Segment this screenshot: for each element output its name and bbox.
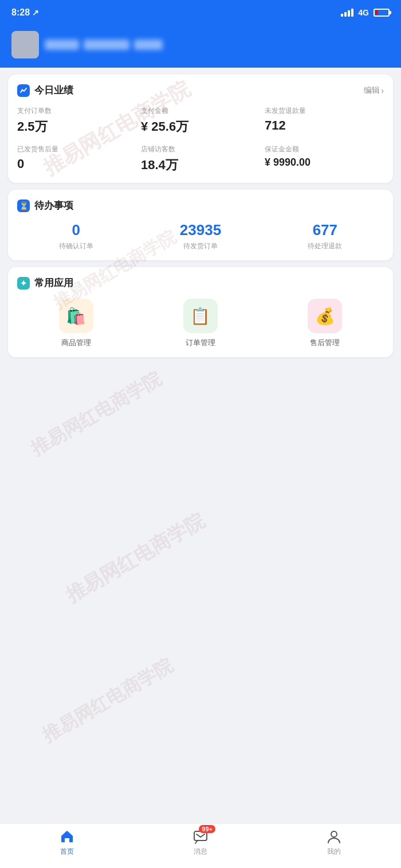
main-content: 今日业绩 编辑 › 支付订单数 2.5万 支付金额 ¥ 25.6万 [0,68,401,426]
network-type: 4G [358,8,369,17]
stat-label-unshipped-refunds: 未发货退款量 [265,106,384,116]
status-arrow: ↗ [32,8,39,17]
stat-unshipped-refunds: 未发货退款量 712 [265,106,384,135]
shop-name-blur-1 [45,40,79,50]
apps-grid: 🛍️ 商品管理 📋 订单管理 💰 售后管理 [17,299,384,348]
nav-label-home: 首页 [60,847,74,857]
stat-label-store-visitors: 店铺访客数 [141,144,260,154]
stat-label-shipped-aftersale: 已发货售后量 [17,144,136,154]
stat-label-paid-amount: 支付金额 [141,106,260,116]
shop-avatar [11,31,39,58]
nav-item-message[interactable]: 99+ 消息 [178,828,223,857]
todo-grid: 0 待确认订单 23935 待发货订单 677 待处理退款 [17,221,384,251]
today-performance-header: 今日业绩 编辑 › [17,84,384,97]
bottom-nav: 首页 99+ 消息 我的 [0,823,401,868]
todo-label-refund: 待处理退款 [266,241,384,251]
status-indicators: 4G [341,8,390,17]
app-header [0,25,401,68]
svg-point-0 [22,89,23,91]
nav-label-mine: 我的 [327,847,341,857]
todo-value-confirm: 0 [17,221,135,239]
message-icon: 99+ [192,828,209,844]
stat-shipped-aftersale: 已发货售后量 0 [17,144,136,174]
stat-value-deposit-amount: ¥ 9990.00 [265,157,384,169]
aftersale-mgmt-label: 售后管理 [310,338,340,348]
status-time: 8:28 [11,7,30,18]
stat-value-paid-amount: ¥ 25.6万 [141,118,260,135]
common-apps-title: ✦ 常用应用 [17,276,73,290]
svg-point-3 [331,831,337,837]
performance-stats-grid: 支付订单数 2.5万 支付金额 ¥ 25.6万 未发货退款量 712 已发货售后… [17,106,384,174]
apps-icon: ✦ [17,277,30,290]
nav-item-mine[interactable]: 我的 [311,828,357,857]
status-bar: 8:28 ↗ 4G [0,0,401,25]
todo-label-confirm: 待确认订单 [17,241,135,251]
stat-value-paid-orders: 2.5万 [17,118,136,135]
product-mgmt-icon: 🛍️ [59,299,93,333]
user-icon [326,828,342,844]
todo-label-ship: 待发货订单 [141,241,259,251]
todo-item-ship[interactable]: 23935 待发货订单 [141,221,259,251]
common-apps-card: ✦ 常用应用 🛍️ 商品管理 📋 订单管理 💰 售后管理 [8,267,393,357]
app-item-aftersale[interactable]: 💰 售后管理 [266,299,384,348]
stat-deposit-amount: 保证金金额 ¥ 9990.00 [265,144,384,174]
message-badge: 99+ [199,825,215,833]
chevron-right-icon: › [381,86,384,95]
stat-paid-amount: 支付金额 ¥ 25.6万 [141,106,260,135]
watermark-5: 推易网红电商学院 [38,653,178,748]
aftersale-mgmt-icon: 💰 [308,299,342,333]
signal-icon [341,9,353,17]
today-performance-card: 今日业绩 编辑 › 支付订单数 2.5万 支付金额 ¥ 25.6万 [8,75,393,183]
shop-name-area [45,40,163,50]
shop-name-blur-2 [84,40,129,50]
battery-icon [374,9,390,17]
watermark-4: 推易网红电商学院 [61,507,210,608]
todo-icon: ⏳ [17,200,30,212]
app-item-product[interactable]: 🛍️ 商品管理 [17,299,135,348]
stat-paid-orders: 支付订单数 2.5万 [17,106,136,135]
todo-card: ⏳ 待办事项 0 待确认订单 23935 待发货订单 677 待处理退款 [8,190,393,260]
order-mgmt-label: 订单管理 [186,338,215,348]
home-icon [59,828,75,844]
stat-value-unshipped-refunds: 712 [265,118,384,133]
todo-value-refund: 677 [266,221,384,239]
todo-item-confirm[interactable]: 0 待确认订单 [17,221,135,251]
order-mgmt-icon: 📋 [183,299,218,333]
todo-value-ship: 23935 [141,221,259,239]
stat-store-visitors: 店铺访客数 18.4万 [141,144,260,174]
todo-header: ⏳ 待办事项 [17,199,384,212]
stat-value-shipped-aftersale: 0 [17,157,136,171]
performance-icon [17,84,30,97]
stat-value-store-visitors: 18.4万 [141,157,260,174]
today-performance-title: 今日业绩 [17,84,73,97]
app-item-order[interactable]: 📋 订单管理 [141,299,259,348]
nav-item-home[interactable]: 首页 [44,828,90,857]
todo-item-refund[interactable]: 677 待处理退款 [266,221,384,251]
edit-button[interactable]: 编辑 › [364,85,384,96]
todo-title: ⏳ 待办事项 [17,199,73,212]
stat-label-paid-orders: 支付订单数 [17,106,136,116]
common-apps-header: ✦ 常用应用 [17,276,384,290]
nav-label-message: 消息 [194,847,207,857]
product-mgmt-label: 商品管理 [61,338,91,348]
stat-label-deposit-amount: 保证金金额 [265,144,384,154]
shop-name-blur-3 [134,40,163,50]
